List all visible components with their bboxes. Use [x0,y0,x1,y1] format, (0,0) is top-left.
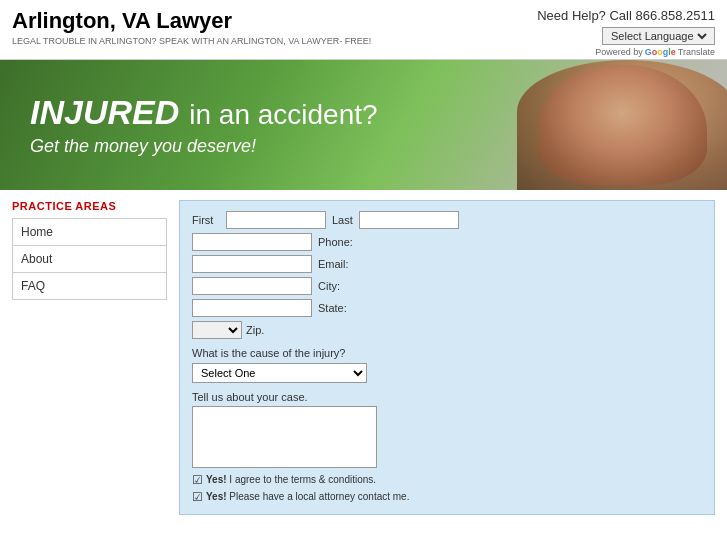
state-row: State: [192,299,702,317]
checkbox2-text: Yes! Please have a local attorney contac… [206,490,409,503]
contact-form: First Last Phone: Email: City: State: [179,200,715,515]
tell-label: Tell us about your case. [192,391,702,403]
state-label: State: [318,302,347,314]
practice-areas-label: PRACTICE AREAS [12,200,167,212]
case-textarea[interactable] [192,406,377,468]
city-row: City: [192,277,702,295]
sidebar-item-about[interactable]: About [13,246,166,273]
main-content: PRACTICE AREAS Home About FAQ First Last… [0,190,727,525]
phone-label: Phone: [318,236,353,248]
sidebar-item-home[interactable]: Home [13,219,166,246]
email-label: Email: [318,258,349,270]
checkbox2-row: ☑ Yes! Please have a local attorney cont… [192,490,702,504]
name-row: First Last [192,211,702,229]
banner-rest: in an accident? [189,99,377,131]
translate-widget: Select Language Powered by Google Transl… [537,27,715,57]
cause-question: What is the cause of the injury? [192,347,702,359]
checkbox1-row: ☑ Yes! I agree to the terms & conditions… [192,473,702,487]
first-label: First [192,214,220,226]
phone-input[interactable] [192,233,312,251]
checkbox2-icon: ☑ [192,490,203,504]
checkbox1-icon: ☑ [192,473,203,487]
cause-select[interactable]: Select One [192,363,367,383]
state-input[interactable] [192,299,312,317]
language-select[interactable]: Select Language [607,29,710,43]
last-label: Last [332,214,353,226]
header-right: Need Help? Call 866.858.2511 Select Lang… [537,8,715,57]
city-input[interactable] [192,277,312,295]
banner-person [507,60,727,190]
city-label: City: [318,280,340,292]
zip-label: Zip. [246,324,264,336]
sidebar-nav: Home About FAQ [12,218,167,300]
email-input[interactable] [192,255,312,273]
last-input[interactable] [359,211,459,229]
checkbox1-text: Yes! I agree to the terms & conditions. [206,473,376,486]
first-input[interactable] [226,211,326,229]
need-help-text: Need Help? Call 866.858.2511 [537,8,715,23]
header: Arlington, VA Lawyer LEGAL TROUBLE IN AR… [0,0,727,60]
site-subtitle: LEGAL TROUBLE IN ARLINGTON? SPEAK WITH A… [12,36,371,46]
powered-by: Powered by Google Translate [595,47,715,57]
banner-subtitle: Get the money you deserve! [30,136,378,157]
sidebar-item-faq[interactable]: FAQ [13,273,166,299]
zip-select[interactable] [192,321,242,339]
site-title: Arlington, VA Lawyer [12,8,371,34]
banner: INJURED in an accident? Get the money yo… [0,60,727,190]
phone-row: Phone: [192,233,702,251]
banner-injured: INJURED [30,93,179,132]
zip-row: Zip. [192,321,702,339]
sidebar: PRACTICE AREAS Home About FAQ [12,200,167,515]
email-row: Email: [192,255,702,273]
banner-text: INJURED in an accident? Get the money yo… [0,73,408,177]
